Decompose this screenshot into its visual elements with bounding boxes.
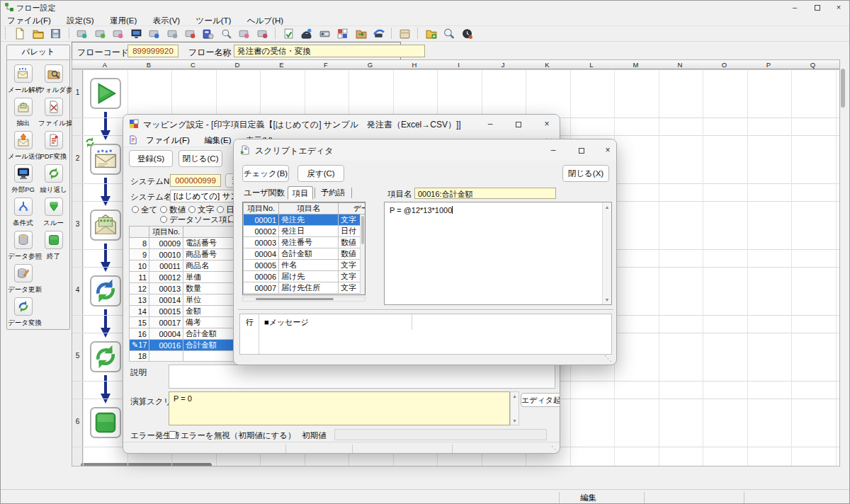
- palette-item-conditional[interactable]: 条件式: [8, 195, 38, 229]
- column-header-b[interactable]: B: [127, 60, 171, 69]
- calc-script-scrollbar[interactable]: ▲▼: [510, 391, 519, 425]
- table-row[interactable]: 00006届け先文字: [244, 271, 366, 282]
- flow-node-data-convert[interactable]: [90, 275, 121, 307]
- mapping-maximize-button[interactable]: [504, 119, 533, 129]
- minimize-button[interactable]: –: [784, 1, 805, 13]
- palette-item-repeat[interactable]: 繰り返し: [38, 162, 69, 195]
- tab-reserved-words[interactable]: 予約語: [316, 186, 350, 200]
- column-header-l[interactable]: L: [570, 60, 613, 69]
- filter-datasource-radio[interactable]: データソース項目: [160, 214, 235, 225]
- ignore-error-checkbox[interactable]: [169, 431, 176, 439]
- mapping-menu-file[interactable]: ファイル(F): [140, 133, 196, 148]
- device-icon[interactable]: [318, 27, 332, 40]
- script-text-vscrollbar[interactable]: ▲▼: [602, 202, 611, 304]
- preview-search-icon[interactable]: [442, 27, 455, 40]
- column-header-i[interactable]: I: [436, 60, 481, 69]
- save-icon[interactable]: [49, 27, 62, 40]
- script-resize-grip[interactable]: ⋱: [604, 354, 612, 363]
- launch-editor-button[interactable]: エディタ起動(L: [521, 393, 560, 407]
- script-maximize-button[interactable]: [567, 145, 596, 155]
- system-no-field[interactable]: 000000999: [170, 174, 221, 187]
- item-name-field[interactable]: 00016:合計金額: [414, 188, 556, 199]
- pen-settings-icon[interactable]: [147, 27, 161, 40]
- tab-items[interactable]: 項目: [288, 186, 313, 200]
- check-button[interactable]: チェック(B): [242, 165, 289, 182]
- column-header-d[interactable]: D: [215, 60, 259, 69]
- mapping-minimize-button[interactable]: –: [476, 119, 504, 129]
- mapping-menu-edit[interactable]: 編集(E): [198, 133, 237, 148]
- table-row[interactable]: 00002発注日日付: [244, 226, 366, 237]
- table-row[interactable]: 00004合計金額数値: [244, 248, 366, 260]
- row-number-2[interactable]: 2: [72, 154, 83, 162]
- script-table-hscrollbar[interactable]: [242, 297, 366, 302]
- palette-item-file-operation[interactable]: ファイル操作: [38, 96, 69, 129]
- mapping-close-button[interactable]: ×: [533, 119, 560, 129]
- column-header-k[interactable]: K: [525, 60, 570, 69]
- register-button[interactable]: 登録(S): [129, 150, 173, 167]
- user-settings-icon[interactable]: [237, 27, 251, 40]
- flow-settings-icon[interactable]: [75, 27, 89, 40]
- script-text-area[interactable]: P = @12*13*1000 ▲▼: [384, 202, 612, 305]
- tab-user-functions[interactable]: ユーザ関数: [242, 186, 286, 200]
- description-field[interactable]: [169, 365, 555, 389]
- calc-script-field[interactable]: P = 0: [169, 391, 510, 425]
- row-number-5[interactable]: 5: [72, 352, 83, 360]
- history-clock-icon[interactable]: [460, 27, 474, 40]
- check-sheet-icon[interactable]: [282, 27, 295, 40]
- table-row[interactable]: 00003発注番号数値: [244, 237, 366, 248]
- archive-folder-icon[interactable]: [398, 27, 412, 40]
- monitor-settings-icon[interactable]: [130, 27, 143, 40]
- palette-item-data-reference[interactable]: データ参照: [8, 229, 38, 262]
- filter-text-radio[interactable]: 文字: [188, 205, 214, 215]
- group-settings-icon[interactable]: [256, 27, 269, 40]
- table-row[interactable]: 00005件名文字: [244, 260, 366, 271]
- column-header-j[interactable]: J: [481, 60, 525, 69]
- palette-item-extract[interactable]: 抽出: [8, 96, 38, 129]
- flow-node-repeat[interactable]: [90, 341, 121, 372]
- export-folder-icon[interactable]: [354, 27, 368, 40]
- column-header-c[interactable]: C: [171, 60, 215, 69]
- mapping-resize-grip[interactable]: ⋱: [551, 445, 559, 454]
- column-header-q[interactable]: Q: [790, 60, 835, 69]
- column-header-g[interactable]: G: [348, 60, 392, 69]
- open-folder-icon[interactable]: [31, 27, 45, 40]
- flow-node-mail-extract[interactable]: [90, 210, 121, 241]
- column-header-m[interactable]: M: [613, 60, 658, 69]
- grid-vertical-scrollbar[interactable]: [841, 69, 845, 108]
- script-close-button[interactable]: ×: [594, 145, 617, 155]
- convert-swoosh-icon[interactable]: [372, 27, 385, 40]
- folder-add-icon[interactable]: [424, 27, 438, 40]
- revert-button[interactable]: 戻す(C): [298, 165, 344, 182]
- initial-value-field[interactable]: [334, 429, 547, 440]
- table-row-selected[interactable]: 00001発注先文字: [244, 214, 366, 226]
- mapping-grid-icon[interactable]: [336, 27, 349, 40]
- mail-send-settings-icon[interactable]: [111, 27, 125, 40]
- palette-item-data-update[interactable]: データ更新: [8, 262, 38, 295]
- flow-node-mail-receive[interactable]: [90, 144, 121, 175]
- palette-item-end[interactable]: 終了: [38, 229, 69, 262]
- maximize-button[interactable]: [807, 1, 828, 13]
- palette-item-mail-send[interactable]: メール送信: [8, 129, 38, 162]
- column-header-n[interactable]: N: [658, 60, 702, 69]
- script-minimize-button[interactable]: –: [539, 145, 567, 155]
- script-editor-titlebar[interactable]: スクリプトエディタ – ×: [234, 139, 616, 161]
- main-titlebar[interactable]: フロー設定 – ×: [1, 1, 850, 13]
- close-button[interactable]: ×: [828, 1, 849, 13]
- new-document-icon[interactable]: [13, 27, 26, 40]
- column-header-f[interactable]: F: [304, 60, 348, 69]
- filter-numeric-radio[interactable]: 数値: [160, 205, 186, 215]
- palette-item-folder-browse[interactable]: フォルダ参照: [38, 62, 69, 96]
- flow-node-start[interactable]: [90, 78, 121, 109]
- row-number-6[interactable]: 6: [72, 418, 83, 425]
- palette-item-pdf-convert[interactable]: PDF変換: [38, 129, 69, 162]
- search-settings-icon[interactable]: [220, 27, 233, 40]
- mapping-close-action-button[interactable]: 閉じる(C): [178, 150, 222, 167]
- schedule-check-icon[interactable]: [183, 27, 197, 40]
- grid-horizontal-scrollbar[interactable]: [81, 463, 212, 466]
- column-header-p[interactable]: P: [747, 60, 790, 69]
- column-header-o[interactable]: O: [702, 60, 747, 69]
- row-number-4[interactable]: 4: [72, 286, 83, 294]
- table-row[interactable]: 00007届け先住所文字: [244, 282, 366, 294]
- script-close-action-button[interactable]: 閉じる(X): [562, 165, 609, 182]
- column-header-a[interactable]: A: [83, 60, 127, 69]
